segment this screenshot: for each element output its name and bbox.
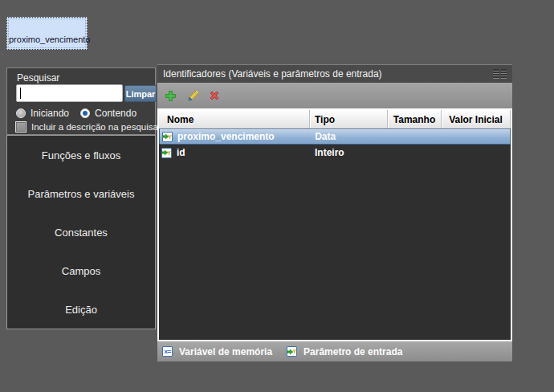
parameter-glyph: Y [167, 150, 171, 156]
search-mode-radios: Iniciando Contendo [16, 108, 136, 119]
parameter-glyph: Y [292, 349, 296, 354]
table-row[interactable]: Y id Inteiro [159, 145, 511, 161]
radio-containing-label: Contendo [95, 108, 136, 119]
column-bars [493, 69, 499, 79]
flow-node-label: proximo_vencimento [9, 35, 91, 44]
radio-starting[interactable] [16, 108, 26, 118]
sidebar-item-parametros-e-variaveis[interactable]: Parâmetros e variáveis [7, 174, 155, 213]
legend-label: Parâmetro de entrada [303, 346, 402, 357]
column-header-tamanho[interactable]: Tamanho [388, 110, 442, 129]
memory-glyph: x= [164, 349, 170, 355]
input-parameter-icon: Y [162, 132, 173, 142]
radio-starting-label: Iniciando [31, 108, 69, 119]
include-description-label: Incluir a descrição na pesquisa [31, 122, 158, 132]
table-row[interactable]: Y proximo_vencimento Data [159, 129, 511, 145]
include-description-row: Incluir a descrição na pesquisa [15, 121, 158, 133]
cell-nome: Y proximo_vencimento [160, 131, 310, 142]
legend-item-input-parameter: Y Parâmetro de entrada [287, 346, 402, 357]
search-input[interactable] [16, 84, 123, 102]
delete-x-icon[interactable] [206, 88, 222, 104]
cell-tipo: Inteiro [310, 147, 388, 158]
sidebar-item-edicao[interactable]: Edição [7, 290, 155, 329]
identifiers-toolbar [157, 83, 512, 108]
sidebar-item-constantes[interactable]: Constantes [7, 213, 155, 251]
search-input-wrap [16, 84, 123, 102]
memory-variable-icon: x= [162, 346, 173, 357]
search-title: Pesquisar [17, 72, 59, 84]
include-description-checkbox[interactable] [15, 121, 26, 133]
legend-bar: x= Variável de memória Y Parâmetro de en… [157, 341, 512, 361]
parameter-glyph: Y [168, 134, 172, 140]
legend-item-memory-variable: x= Variável de memória [162, 346, 272, 357]
sidebar-item-campos[interactable]: Campos [7, 251, 155, 290]
identifiers-table-inner: Nome Tipo Tamanho Valor Inicial Y proxim… [159, 110, 511, 340]
cell-nome: Y id [159, 147, 310, 158]
row-name: proximo_vencimento [177, 131, 275, 142]
cell-tipo: Data [310, 131, 388, 142]
input-parameter-icon: Y [287, 346, 297, 357]
table-empty-area [159, 161, 511, 340]
edit-pencil-icon[interactable] [185, 88, 200, 104]
text-caret [20, 88, 21, 99]
column-bars [501, 69, 507, 79]
search-panel: Pesquisar Limpar Iniciando Contendo Incl… [6, 67, 156, 135]
input-parameter-icon: Y [161, 148, 172, 158]
column-options-icon[interactable] [493, 69, 507, 79]
identifiers-panel-header: Identificadores (Variáveis e parâmetros … [157, 64, 512, 83]
identifiers-panel-title: Identificadores (Variáveis e parâmetros … [163, 68, 493, 80]
table-header-row: Nome Tipo Tamanho Valor Inicial [159, 110, 511, 129]
column-header-valor-inicial[interactable]: Valor Inicial [442, 110, 511, 129]
row-name: id [177, 147, 185, 158]
column-header-nome[interactable]: Nome [159, 110, 310, 129]
add-icon[interactable] [163, 88, 178, 104]
column-header-tipo[interactable]: Tipo [310, 110, 388, 129]
legend-label: Variável de memória [179, 346, 272, 357]
sidebar-item-funcoes-e-fluxos[interactable]: Funções e fluxos [7, 136, 155, 174]
sidebar-sections: Funções e fluxos Parâmetros e variáveis … [6, 135, 156, 329]
radio-containing[interactable] [80, 108, 90, 118]
identifiers-table: Nome Tipo Tamanho Valor Inicial Y proxim… [157, 108, 512, 341]
identifiers-panel: Identificadores (Variáveis e parâmetros … [157, 64, 512, 361]
flow-node-proximo-vencimento[interactable]: proximo_vencimento [6, 17, 88, 50]
clear-button[interactable]: Limpar [124, 85, 157, 102]
